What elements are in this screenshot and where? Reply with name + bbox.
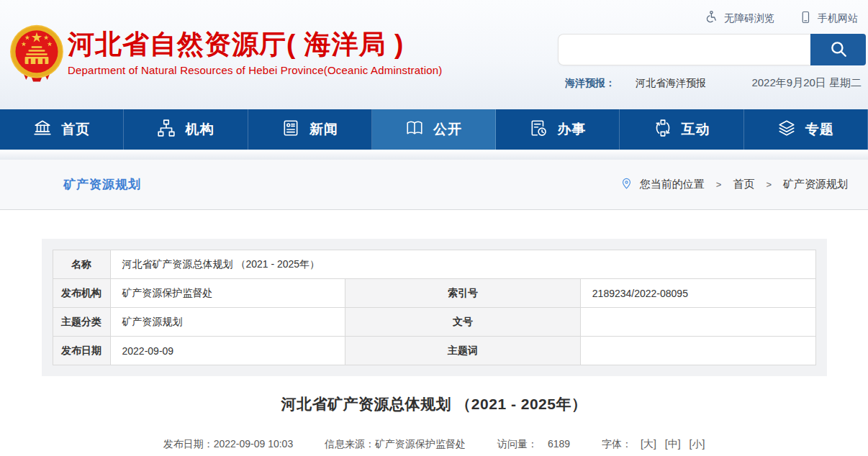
search-icon xyxy=(829,40,848,60)
nav-item-home[interactable]: 首页 xyxy=(0,109,124,150)
index-label-cell: 索引号 xyxy=(345,279,581,308)
nav-divider-strip xyxy=(0,150,868,160)
section-header-band: 矿产资源规划 您当前的位置 > 首页 > 矿产资源规划 xyxy=(0,160,868,210)
doc-no-value-cell xyxy=(580,308,815,337)
publish-date-value: 2022-09-09 10:03 xyxy=(214,438,294,450)
font-size-medium-button[interactable]: [中] xyxy=(665,438,681,450)
category-value-cell: 矿产资源规划 xyxy=(110,308,345,337)
nav-label: 公开 xyxy=(433,120,462,139)
main-nav: 首页 机构 新闻 公开 办事 互动 专题 xyxy=(0,109,868,150)
breadcrumb-separator: > xyxy=(766,179,772,190)
breadcrumb-home-link[interactable]: 首页 xyxy=(733,178,754,191)
nav-label: 新闻 xyxy=(309,120,338,139)
agency-label-cell: 发布机构 xyxy=(53,279,110,308)
location-pin-icon xyxy=(620,177,633,193)
forecast-row: 海洋预报： 河北省海洋预报 2022年9月20日 星期二 xyxy=(565,76,862,90)
nav-label: 机构 xyxy=(185,120,214,139)
document-info-panel: 名称 河北省矿产资源总体规划 （2021 - 2025年） 发布机构 矿产资源保… xyxy=(42,239,827,376)
article-meta: 发布日期：2022-09-09 10:03 信息来源：矿产资源保护监督处 访问量… xyxy=(0,438,868,451)
font-size-large-button[interactable]: [大] xyxy=(641,438,656,450)
news-icon xyxy=(281,119,300,140)
wheelchair-accessibility-icon xyxy=(704,10,718,27)
open-book-icon xyxy=(405,119,424,140)
topbar: 无障碍浏览 手机网站 xyxy=(704,10,858,27)
mobile-site-label: 手机网站 xyxy=(818,12,858,25)
document-info-table: 名称 河北省矿产资源总体规划 （2021 - 2025年） 发布机构 矿产资源保… xyxy=(53,250,816,365)
keywords-label-cell: 主题词 xyxy=(345,337,581,365)
layers-icon xyxy=(777,119,796,140)
site-title: 河北省自然资源厅( 海洋局 ) xyxy=(68,29,442,60)
source-value: 矿产资源保护监督处 xyxy=(375,438,466,450)
service-clock-icon xyxy=(529,119,548,140)
accessibility-link[interactable]: 无障碍浏览 xyxy=(704,10,774,27)
mobile-site-link[interactable]: 手机网站 xyxy=(799,10,858,27)
nav-item-interaction[interactable]: 互动 xyxy=(620,109,743,150)
search-button[interactable] xyxy=(810,34,866,65)
forecast-label: 海洋预报： xyxy=(565,77,615,90)
accessibility-label: 无障碍浏览 xyxy=(724,12,774,25)
category-label-cell: 主题分类 xyxy=(53,308,110,337)
breadcrumb-location-label: 您当前的位置 xyxy=(640,178,705,191)
site-subtitle-en: Department of Natural Resources of Hebei… xyxy=(68,64,442,76)
nav-item-public-disclosure[interactable]: 公开 xyxy=(372,109,496,150)
page-title: 矿产资源规划 xyxy=(63,176,141,193)
nav-label: 办事 xyxy=(557,120,586,139)
views-label: 访问量： xyxy=(497,438,538,450)
name-label-cell: 名称 xyxy=(53,250,110,279)
search-input[interactable] xyxy=(558,34,810,65)
agency-value-cell: 矿产资源保护监督处 xyxy=(110,279,345,308)
search-bar xyxy=(558,34,866,65)
table-row: 主题分类 矿产资源规划 文号 xyxy=(53,308,815,337)
publish-date-group: 发布日期：2022-09-09 10:03 xyxy=(163,438,296,450)
breadcrumb-current: 矿产资源规划 xyxy=(783,178,848,191)
views-value: 6189 xyxy=(548,438,570,450)
nav-item-services[interactable]: 办事 xyxy=(496,109,620,150)
views-group: 访问量：6189 xyxy=(497,438,573,450)
breadcrumb: 您当前的位置 > 首页 > 矿产资源规划 xyxy=(620,177,848,193)
table-row: 发布日期 2022-09-09 主题词 xyxy=(53,337,815,365)
interaction-cycle-icon xyxy=(654,119,672,140)
pubdate-label-cell: 发布日期 xyxy=(53,337,110,365)
mobile-phone-icon xyxy=(799,10,812,27)
table-row: 发布机构 矿产资源保护监督处 索引号 2189234/2022-08095 xyxy=(53,279,815,308)
current-date: 2022年9月20日 星期二 xyxy=(751,76,862,90)
source-label: 信息来源： xyxy=(325,438,375,450)
forecast-link[interactable]: 河北省海洋预报 xyxy=(636,77,706,90)
breadcrumb-separator: > xyxy=(716,179,722,190)
name-value-cell: 河北省矿产资源总体规划 （2021 - 2025年） xyxy=(110,250,815,279)
pubdate-value-cell: 2022-09-09 xyxy=(110,337,345,365)
keywords-value-cell xyxy=(580,337,815,365)
nav-item-org[interactable]: 机构 xyxy=(124,109,248,150)
article-title: 河北省矿产资源总体规划 （2021 - 2025年） xyxy=(0,394,868,414)
site-header: 无障碍浏览 手机网站 xyxy=(0,0,868,109)
nav-item-topics[interactable]: 专题 xyxy=(744,109,868,150)
index-value-cell: 2189234/2022-08095 xyxy=(580,279,815,308)
nav-label: 首页 xyxy=(61,120,90,139)
org-chart-icon xyxy=(157,119,176,140)
font-size-label: 字体： xyxy=(602,438,632,450)
nav-label: 互动 xyxy=(682,120,710,139)
font-size-group: 字体：[大][中][小] xyxy=(602,438,705,450)
site-identity: 河北省自然资源厅( 海洋局 ) Department of Natural Re… xyxy=(68,29,442,76)
source-group: 信息来源：矿产资源保护监督处 xyxy=(325,438,469,450)
table-row: 名称 河北省矿产资源总体规划 （2021 - 2025年） xyxy=(53,250,815,279)
nav-label: 专题 xyxy=(805,120,834,139)
doc-no-label-cell: 文号 xyxy=(345,308,581,337)
national-emblem-logo[interactable] xyxy=(7,23,66,85)
home-building-icon xyxy=(33,119,52,140)
font-size-small-button[interactable]: [小] xyxy=(690,438,705,450)
publish-date-label: 发布日期： xyxy=(163,438,214,450)
nav-item-news[interactable]: 新闻 xyxy=(248,109,372,150)
